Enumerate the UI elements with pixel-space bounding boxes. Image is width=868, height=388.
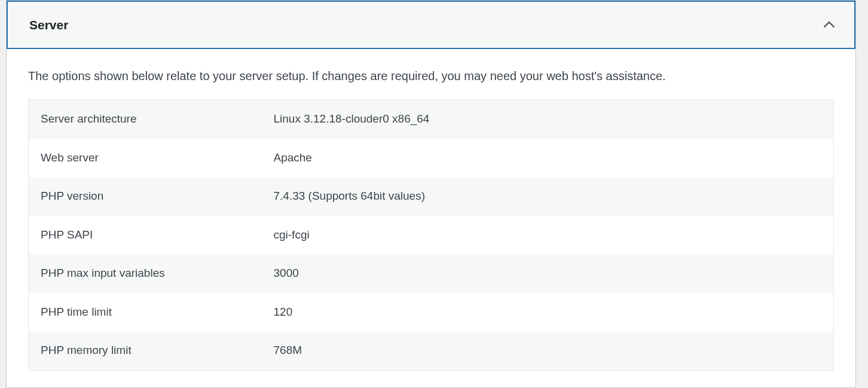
table-row: PHP SAPI cgi-fcgi [29,216,834,255]
row-label: PHP SAPI [29,216,262,255]
row-label: Web server [29,139,262,178]
site-health-panel: Server The options shown below relate to… [6,0,856,388]
row-label: PHP time limit [29,293,262,332]
table-row: PHP version 7.4.33 (Supports 64bit value… [29,177,834,216]
table-row: Server architecture Linux 3.12.18-cloude… [29,100,834,139]
row-value: 768M [262,331,834,370]
chevron-up-icon [822,18,836,32]
table-row: PHP max input variables 3000 [29,254,834,293]
row-value: 3000 [262,254,834,293]
panel-description: The options shown below relate to your s… [28,67,834,85]
row-label: PHP version [29,177,262,216]
row-value: Linux 3.12.18-clouder0 x86_64 [262,100,834,139]
table-row: PHP time limit 120 [29,293,834,332]
row-value: cgi-fcgi [262,216,834,255]
table-row: Web server Apache [29,139,834,178]
panel-title: Server [29,16,68,33]
server-panel-header[interactable]: Server [7,1,855,49]
row-label: PHP memory limit [29,331,262,370]
row-value: Apache [262,139,834,178]
table-row: PHP memory limit 768M [29,331,834,370]
row-value: 7.4.33 (Supports 64bit values) [262,177,834,216]
row-value: 120 [262,293,834,332]
row-label: Server architecture [29,100,262,139]
row-label: PHP max input variables [29,254,262,293]
server-panel-body: The options shown below relate to your s… [7,49,855,371]
server-info-table: Server architecture Linux 3.12.18-cloude… [28,99,834,371]
